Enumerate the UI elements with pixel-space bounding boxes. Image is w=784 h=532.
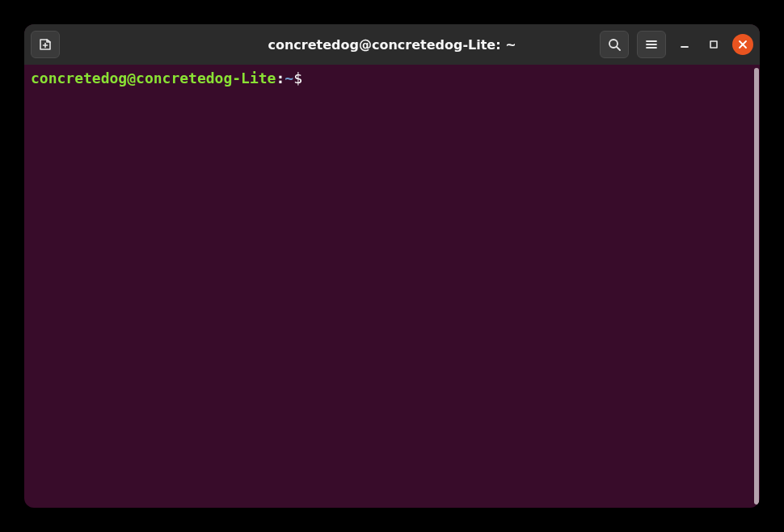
titlebar: concretedog@concretedog-Lite: ~ [24, 24, 760, 65]
search-button[interactable] [600, 31, 629, 58]
svg-line-3 [617, 47, 620, 50]
prompt-colon: : [276, 70, 285, 87]
menu-icon [644, 37, 659, 52]
maximize-button[interactable] [703, 34, 724, 55]
search-icon [607, 37, 622, 52]
titlebar-left [31, 31, 60, 58]
prompt-userhost: concretedog@concretedog-Lite [31, 70, 276, 87]
scrollbar[interactable] [753, 65, 760, 508]
maximize-icon [708, 39, 719, 50]
svg-rect-8 [710, 41, 717, 48]
scrollbar-thumb[interactable] [754, 68, 759, 505]
titlebar-right [600, 31, 753, 58]
new-tab-icon [38, 37, 53, 52]
close-icon [738, 40, 748, 49]
menu-button[interactable] [637, 31, 666, 58]
prompt-path: ~ [285, 70, 293, 87]
new-tab-button[interactable] [31, 31, 60, 58]
prompt-sigil: $ [293, 70, 302, 87]
minimize-icon [679, 39, 690, 50]
terminal-viewport[interactable]: concretedog@concretedog-Lite:~$ [24, 65, 753, 508]
close-button[interactable] [732, 34, 753, 55]
terminal-window: concretedog@concretedog-Lite: ~ [24, 24, 760, 508]
minimize-button[interactable] [674, 34, 695, 55]
terminal-area: concretedog@concretedog-Lite:~$ [24, 65, 760, 508]
